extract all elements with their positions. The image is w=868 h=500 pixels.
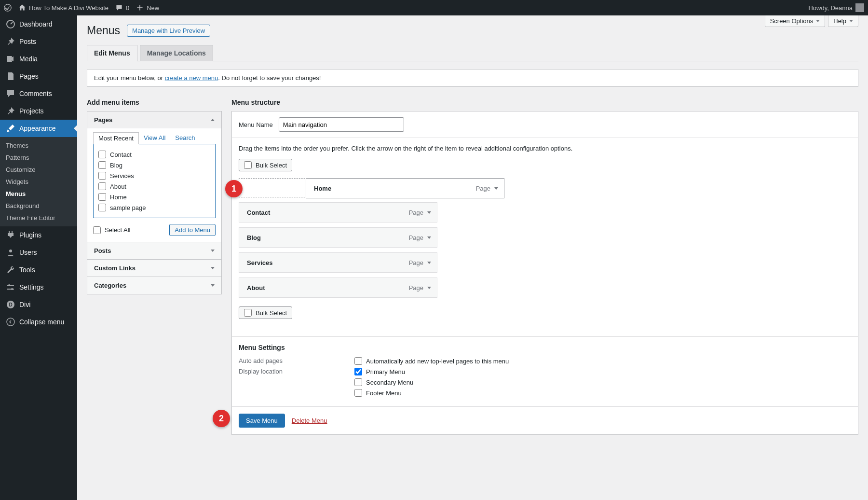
submenu-background[interactable]: Background: [0, 200, 77, 212]
dashboard-icon: [6, 19, 15, 29]
page-checkbox-home[interactable]: [98, 193, 106, 201]
posttype-tab-recent[interactable]: Most Recent: [93, 132, 139, 144]
drop-placeholder: Home Page: [239, 178, 437, 197]
sidebar-item-collapse[interactable]: Collapse menu: [0, 313, 77, 331]
site-title: How To Make A Divi Website: [29, 4, 108, 12]
page-checkbox-contact[interactable]: [98, 151, 106, 158]
posttype-tab-all[interactable]: View All: [139, 132, 170, 144]
select-all-checkbox[interactable]: [93, 226, 101, 234]
chevron-down-icon[interactable]: [427, 236, 431, 239]
auto-add-checkbox[interactable]: [354, 357, 362, 365]
save-menu-button[interactable]: Save Menu: [239, 414, 285, 428]
sidebar-item-appearance[interactable]: Appearance: [0, 120, 77, 137]
submenu-themes[interactable]: Themes: [0, 139, 77, 152]
create-menu-link[interactable]: create a new menu: [165, 74, 218, 82]
bulk-select-bottom[interactable]: Bulk Select: [239, 306, 292, 319]
annotation-1: 1: [225, 180, 243, 197]
brush-icon: [6, 124, 15, 133]
comment-icon: [6, 89, 15, 98]
sidebar-item-divi[interactable]: DDivi: [0, 296, 77, 313]
main-content: Screen Options Help Menus Manage with Li…: [77, 15, 868, 500]
sidebar-item-media[interactable]: Media: [0, 50, 77, 68]
menu-item-services[interactable]: ServicesPage: [239, 252, 437, 273]
chevron-down-icon[interactable]: [494, 187, 498, 190]
sidebar-item-dashboard[interactable]: Dashboard: [0, 15, 77, 33]
chevron-down-icon[interactable]: [427, 287, 431, 289]
site-link[interactable]: How To Make A Divi Website: [18, 4, 108, 12]
panel-categories-head[interactable]: Categories: [87, 277, 221, 294]
sidebar-item-users[interactable]: Users: [0, 244, 77, 261]
user-account[interactable]: Howdy, Deanna: [808, 3, 864, 12]
sidebar-item-pages[interactable]: Pages: [0, 68, 77, 85]
menu-item-home[interactable]: Home Page: [306, 178, 504, 198]
page-checkbox-about[interactable]: [98, 182, 106, 190]
menu-item-blog[interactable]: BlogPage: [239, 227, 437, 248]
menu-item-contact[interactable]: ContactPage: [239, 202, 437, 222]
delete-menu-link[interactable]: Delete Menu: [292, 417, 327, 424]
sidebar-item-plugins[interactable]: Plugins: [0, 226, 77, 244]
svg-point-7: [7, 318, 14, 326]
submenu-patterns[interactable]: Patterns: [0, 152, 77, 164]
sidebar-item-tools[interactable]: Tools: [0, 261, 77, 278]
menu-frame: Menu Name Drag the items into the order …: [231, 111, 858, 435]
chevron-down-icon: [211, 267, 215, 269]
location-primary-checkbox[interactable]: [354, 368, 362, 375]
live-preview-button[interactable]: Manage with Live Preview: [127, 25, 210, 37]
sidebar-item-projects[interactable]: Projects: [0, 102, 77, 120]
submenu-theme-editor[interactable]: Theme File Editor: [0, 212, 77, 224]
chevron-down-icon: [211, 250, 215, 252]
panel-pages-body: Most Recent View All Search Contact Blog…: [87, 128, 221, 242]
nav-tabs: Edit Menus Manage Locations: [87, 45, 858, 61]
drag-hint: Drag the items into the order you prefer…: [239, 145, 851, 152]
tab-edit-menus[interactable]: Edit Menus: [87, 45, 137, 61]
bulk-select-top[interactable]: Bulk Select: [239, 159, 292, 171]
submenu-customize[interactable]: Customize: [0, 164, 77, 176]
svg-point-4: [11, 288, 13, 290]
add-items-accordion: Pages Most Recent View All Search Contac…: [87, 111, 222, 294]
new-content-link[interactable]: New: [136, 4, 159, 12]
posttype-tab-search[interactable]: Search: [170, 132, 200, 144]
auto-add-label: Auto add pages: [239, 357, 354, 365]
collapse-icon: [6, 317, 15, 327]
menu-name-label: Menu Name: [239, 121, 273, 128]
menu-name-input[interactable]: [279, 117, 404, 132]
page-checkbox-services[interactable]: [98, 172, 106, 180]
admin-bar: How To Make A Divi Website 0 New Howdy, …: [0, 0, 868, 15]
chevron-down-icon[interactable]: [427, 211, 431, 214]
bulk-checkbox[interactable]: [244, 161, 252, 169]
avatar-icon: [855, 3, 864, 12]
menu-item-about[interactable]: AboutPage: [239, 278, 437, 298]
chevron-down-icon[interactable]: [427, 262, 431, 264]
comments-link[interactable]: 0: [115, 4, 129, 12]
page-checkbox-sample[interactable]: [98, 204, 106, 211]
screen-options-toggle[interactable]: Screen Options: [765, 15, 826, 27]
svg-text:D: D: [9, 302, 12, 307]
panel-posts-head[interactable]: Posts: [87, 242, 221, 259]
tab-manage-locations[interactable]: Manage Locations: [140, 45, 213, 61]
sidebar-item-settings[interactable]: Settings: [0, 278, 77, 296]
location-secondary-checkbox[interactable]: [354, 378, 362, 386]
media-icon: [6, 54, 15, 64]
menu-footer: 2 Save Menu Delete Menu: [232, 406, 858, 434]
panel-pages-head[interactable]: Pages: [87, 111, 221, 128]
wrench-icon: [6, 265, 15, 275]
submenu-widgets[interactable]: Widgets: [0, 176, 77, 188]
page-checkbox-blog[interactable]: [98, 161, 106, 169]
add-to-menu-button[interactable]: Add to Menu: [169, 224, 216, 236]
help-toggle[interactable]: Help: [828, 15, 858, 27]
panel-custom-links-head[interactable]: Custom Links: [87, 260, 221, 277]
page-title: Menus: [87, 24, 120, 37]
user-icon: [6, 248, 15, 257]
bulk-checkbox[interactable]: [244, 309, 252, 317]
chevron-down-icon: [816, 20, 820, 22]
chevron-down-icon: [849, 20, 853, 22]
pages-checklist: Contact Blog Services About Home sample …: [93, 144, 216, 218]
sidebar-item-comments[interactable]: Comments: [0, 85, 77, 102]
sidebar-item-posts[interactable]: Posts: [0, 33, 77, 50]
location-footer-checkbox[interactable]: [354, 389, 362, 397]
comments-count: 0: [126, 4, 129, 12]
wp-logo[interactable]: [4, 4, 12, 12]
submenu-menus[interactable]: Menus: [0, 188, 77, 200]
menu-items-list: 1 Home Page ContactPage BlogPage Service…: [239, 178, 851, 298]
pages-icon: [6, 71, 15, 81]
